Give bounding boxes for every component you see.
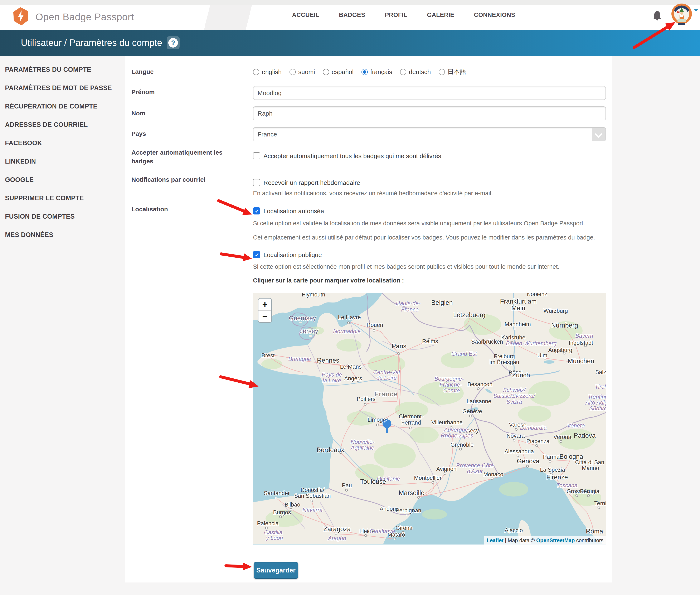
- svg-text:Nürnberg: Nürnberg: [551, 322, 578, 329]
- sidebar-item[interactable]: PARAMÈTRES DE MOT DE PASSE: [0, 79, 125, 97]
- firstname-input[interactable]: [253, 86, 606, 100]
- sidebar-item[interactable]: ADRESSES DE COURRIEL: [0, 116, 125, 134]
- svg-text:Frankfurt am: Frankfurt am: [500, 298, 537, 305]
- notifications-bell-icon[interactable]: [652, 10, 662, 21]
- svg-text:Alessandria: Alessandria: [504, 448, 534, 455]
- attribution-suffix: contributors: [575, 537, 604, 543]
- weekly-report-checkbox-row[interactable]: Recevoir un rapport hebdomadaire: [253, 179, 360, 187]
- radio-label: español: [332, 68, 354, 76]
- svg-text:Monaco: Monaco: [483, 471, 503, 478]
- svg-text:Koblenz: Koblenz: [527, 293, 547, 297]
- svg-text:Navarra: Navarra: [302, 507, 322, 513]
- svg-text:im Breisgau: im Breisgau: [490, 359, 519, 365]
- svg-text:San Sebastián: San Sebastián: [294, 493, 331, 499]
- logo[interactable]: Open Badge Passport: [11, 6, 134, 27]
- svg-text:la Loire: la Loire: [323, 377, 341, 384]
- svg-text:Paris: Paris: [392, 343, 407, 350]
- avatar[interactable]: [671, 3, 693, 26]
- nav-item-connexions[interactable]: CONNEXIONS: [474, 11, 515, 18]
- location-allowed-checkbox[interactable]: [253, 207, 260, 215]
- svg-text:Suisse/Svizzera/: Suisse/Svizzera/: [493, 393, 535, 399]
- svg-text:Città di San: Città di San: [575, 459, 604, 465]
- auto-accept-checkbox-row[interactable]: Accepter automatiquement tous les badges…: [253, 152, 441, 160]
- zoom-out-button[interactable]: −: [258, 311, 271, 322]
- svg-text:d'Azur: d'Azur: [467, 468, 483, 474]
- svg-text:Le Havre: Le Havre: [338, 314, 361, 320]
- nav-item-profil[interactable]: PROFIL: [385, 11, 407, 18]
- svg-text:Belgien: Belgien: [431, 299, 453, 306]
- svg-text:Grenoble: Grenoble: [450, 442, 473, 448]
- radio-label: deutsch: [409, 68, 431, 76]
- auto-accept-checkbox[interactable]: [253, 152, 260, 160]
- radio-icon: [253, 69, 259, 75]
- country-select-chevron-box[interactable]: [592, 128, 606, 141]
- svg-text:Aquitaine: Aquitaine: [350, 445, 374, 451]
- svg-text:Poitiers: Poitiers: [357, 396, 375, 402]
- save-button[interactable]: Sauvegarder: [254, 562, 298, 579]
- email-notifications-label: Notifications par courriel: [132, 175, 244, 184]
- auto-accept-label: Accepter automatiquement les badges: [132, 148, 244, 166]
- svg-text:Donostia/: Donostia/: [300, 487, 325, 493]
- radio-icon: [323, 69, 329, 75]
- svg-text:Comté: Comté: [443, 388, 460, 394]
- svg-text:Piacenza: Piacenza: [526, 438, 550, 444]
- location-allowed-checkbox-row[interactable]: Localisation autorisée: [253, 207, 324, 215]
- sidebar-item[interactable]: PARAMÈTRES DU COMPTE: [0, 60, 125, 79]
- avatar-dropdown-caret[interactable]: [694, 9, 698, 11]
- country-label: Pays: [132, 129, 244, 138]
- svg-text:Genova: Genova: [517, 457, 539, 465]
- page-title: Utilisateur / Paramètres du compte: [21, 37, 162, 48]
- svg-text:Bourgogne-: Bourgogne-: [434, 376, 464, 382]
- radio-label: français: [370, 68, 392, 76]
- nav-item-accueil[interactable]: ACCUEIL: [292, 11, 319, 18]
- main-nav: ACCUEILBADGESPROFILGALERIECONNEXIONS: [292, 0, 515, 30]
- lastname-input[interactable]: [253, 106, 606, 120]
- firstname-label: Prénom: [132, 88, 244, 96]
- sidebar-item[interactable]: FACEBOOK: [0, 134, 125, 152]
- language-radio-english[interactable]: english: [253, 68, 282, 76]
- svg-text:Tirol: Tirol: [595, 384, 606, 390]
- logo-text: Open Badge Passport: [35, 11, 134, 23]
- location-allowed-hint-2: Cet emplacement est aussi utilisé par dé…: [253, 234, 595, 241]
- sidebar-item[interactable]: SUPPRIMER LE COMPTE: [0, 189, 125, 207]
- map-instruction: Cliquer sur la carte pour marquer votre …: [253, 277, 404, 284]
- svg-text:Marino: Marino: [582, 465, 599, 471]
- zoom-in-button[interactable]: +: [258, 299, 271, 311]
- sidebar-item[interactable]: FUSION DE COMPTES: [0, 207, 125, 226]
- svg-text:Bordeaux: Bordeaux: [317, 446, 344, 454]
- weekly-report-checkbox[interactable]: [253, 179, 260, 186]
- settings-sidebar: PARAMÈTRES DU COMPTEPARAMÈTRES DE MOT DE…: [0, 56, 125, 244]
- language-radio-suomi[interactable]: suomi: [290, 68, 315, 76]
- svg-text:Pau: Pau: [342, 482, 352, 489]
- svg-text:Freiburg: Freiburg: [494, 353, 515, 360]
- location-public-checkbox[interactable]: [253, 251, 260, 258]
- svg-text:Burgos: Burgos: [273, 509, 291, 515]
- svg-text:Novara: Novara: [506, 433, 525, 439]
- svg-text:Ulm: Ulm: [537, 352, 547, 359]
- nav-item-badges[interactable]: BADGES: [339, 11, 365, 18]
- sidebar-item[interactable]: MES DONNÉES: [0, 226, 125, 244]
- svg-text:Angers: Angers: [344, 375, 362, 381]
- sidebar-item[interactable]: LINKEDIN: [0, 152, 125, 171]
- help-button[interactable]: ?: [167, 36, 180, 49]
- svg-text:Rennes: Rennes: [317, 357, 339, 364]
- language-radio-日本語[interactable]: 日本語: [439, 67, 466, 76]
- location-map[interactable]: PlymouthGuernseyJerseyLe HavreRouenParis…: [253, 293, 606, 544]
- language-radio-deutsch[interactable]: deutsch: [400, 68, 431, 76]
- country-select[interactable]: France: [253, 127, 606, 141]
- nav-item-galerie[interactable]: GALERIE: [427, 11, 454, 18]
- sidebar-item[interactable]: RÉCUPÉRATION DE COMPTE: [0, 97, 125, 116]
- svg-text:Bayern: Bayern: [575, 333, 593, 339]
- svg-text:Würzburg: Würzburg: [543, 308, 568, 314]
- svg-text:Aragón: Aragón: [327, 535, 346, 541]
- location-public-checkbox-row[interactable]: Localisation publique: [253, 251, 322, 259]
- svg-text:Toulouse: Toulouse: [360, 478, 386, 485]
- openstreetmap-link[interactable]: OpenStreetMap: [536, 537, 575, 543]
- radio-icon: [400, 69, 406, 75]
- svg-text:Centre-Val: Centre-Val: [373, 369, 400, 375]
- svg-text:Mannheim: Mannheim: [504, 321, 531, 327]
- sidebar-item[interactable]: GOOGLE: [0, 171, 125, 189]
- language-radio-español[interactable]: español: [323, 68, 354, 76]
- language-radio-français[interactable]: français: [361, 68, 392, 76]
- leaflet-link[interactable]: Leaflet: [487, 537, 503, 543]
